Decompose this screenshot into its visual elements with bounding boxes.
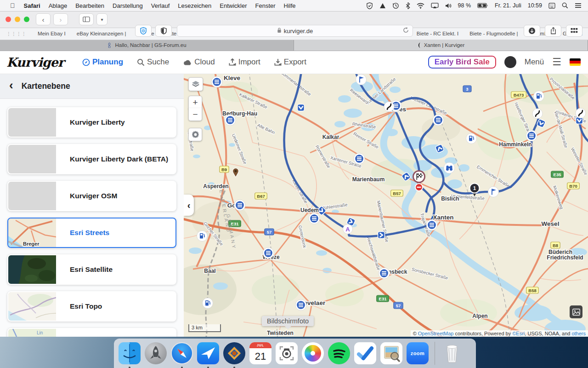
poi-fuel-icon[interactable] — [466, 133, 477, 144]
menu-item-entwickler[interactable]: Entwickler — [215, 2, 251, 9]
attribution-link[interactable]: ©Esri — [512, 331, 525, 336]
poi-flag-icon[interactable] — [356, 75, 367, 85]
close-window-button[interactable] — [6, 17, 11, 22]
sidebar-dropdown-chevron[interactable]: ▾ — [96, 13, 107, 25]
bookmark-item[interactable]: Biete - Flugmodelle | — [464, 31, 523, 36]
adguard-extension-button[interactable] — [135, 25, 152, 37]
attribution-link[interactable]: others — [571, 331, 586, 336]
poi-binoc-icon[interactable] — [444, 162, 455, 173]
dock-app-calendar[interactable]: JUL21 — [249, 342, 271, 364]
dock-app-safari[interactable] — [171, 342, 193, 364]
dock-app-launchpad[interactable] — [145, 342, 167, 364]
poi-fuel-icon[interactable] — [203, 298, 213, 309]
german-flag-icon[interactable] — [570, 58, 581, 66]
attribution-link[interactable]: OpenStreetMap — [418, 331, 454, 336]
poi-closure-icon[interactable] — [426, 219, 437, 230]
dock-app-screenshot[interactable] — [276, 342, 298, 364]
panel-collapse-button[interactable]: ‹ — [184, 195, 194, 216]
dock-app-spark[interactable] — [197, 342, 219, 364]
bookmark-item[interactable]: eBay Kleinanzeigen | — [71, 31, 132, 36]
reload-icon[interactable] — [403, 27, 409, 34]
menu-bar-date[interactable]: Fr. 21. Juli — [495, 2, 521, 9]
map-canvas[interactable]: SommerlandstraßeKalkarer StraßeAlte Bahn… — [184, 74, 588, 337]
dock-app-finder[interactable] — [119, 342, 141, 364]
layer-card-kurviger-liberty-dark-beta-[interactable]: Kurviger Liberty Dark (BETA) — [7, 144, 176, 174]
time-machine-icon[interactable] — [392, 2, 399, 9]
dock-app-zoomapp[interactable]: zoom — [407, 342, 429, 364]
early-bird-sale-button[interactable]: Early Bird Sale — [428, 56, 496, 69]
poi-closure-icon[interactable] — [433, 115, 444, 126]
nav-cloud[interactable]: Cloud — [183, 58, 215, 67]
keyboard-icon[interactable] — [548, 3, 555, 9]
blocker-extension-button[interactable] — [155, 25, 172, 37]
menu-bar-time[interactable]: 10:59 — [528, 2, 542, 9]
forward-button[interactable]: › — [53, 13, 68, 25]
layer-card-kurviger-osm[interactable]: Kurviger OSM — [7, 181, 176, 211]
dock-app-spotify[interactable] — [328, 342, 350, 364]
poi-flag-icon[interactable] — [488, 187, 499, 197]
tab-active[interactable]: Xanten | Kurviger — [294, 40, 588, 51]
fullscreen-window-button[interactable] — [24, 17, 29, 22]
bookmark-item[interactable]: Biete - RC Elekt. I — [411, 31, 464, 36]
poi-noentry-icon[interactable] — [415, 184, 423, 191]
dock-trash[interactable] — [441, 342, 463, 364]
menu-item-safari[interactable]: Safari — [20, 2, 45, 9]
poi-purpleA-icon[interactable]: A — [343, 224, 353, 234]
layer-card-partial[interactable]: Lin — [7, 328, 176, 337]
volume-icon[interactable] — [445, 3, 452, 9]
dock-app-photos[interactable] — [302, 342, 324, 364]
tab-inactive[interactable]: Hallo, Nachbar | GS-Forum.eu — [0, 40, 294, 51]
poi-closure-icon[interactable] — [309, 213, 320, 224]
menu-item-fenster[interactable]: Fenster — [251, 2, 280, 9]
layer-card-kurviger-liberty[interactable]: Kurviger Liberty — [7, 107, 176, 138]
poi-closure-icon[interactable] — [234, 200, 245, 211]
zoom-out-button[interactable]: − — [188, 108, 202, 121]
poi-closure-icon[interactable] — [263, 247, 274, 259]
poi-closure-icon[interactable] — [211, 76, 222, 87]
apple-menu-icon[interactable]:  — [6, 2, 20, 9]
nav-suche[interactable]: Suche — [137, 58, 169, 67]
downloads-button[interactable] — [524, 25, 540, 37]
bookmark-item[interactable]: Mein Ebay I — [32, 31, 71, 36]
shield-check-icon[interactable] — [366, 2, 373, 9]
menu-item-verlauf[interactable]: Verlauf — [147, 2, 174, 9]
menu-item-bearbeiten[interactable]: Bearbeiten — [71, 2, 108, 9]
zoom-in-button[interactable]: + — [188, 96, 202, 109]
poi-fuel-icon[interactable] — [197, 231, 208, 242]
poi-curve-icon[interactable] — [532, 109, 543, 119]
sidebar-button[interactable] — [79, 13, 94, 25]
menu-item-ablage[interactable]: Ablage — [45, 2, 71, 9]
bluetooth-icon[interactable] — [406, 2, 410, 9]
avatar[interactable] — [504, 56, 516, 68]
menu-item-lesezeichen[interactable]: Lesezeichen — [174, 2, 215, 9]
map-image-export-button[interactable] — [570, 305, 582, 318]
nav-import[interactable]: Import — [229, 58, 260, 67]
layer-card-esri-satellite[interactable]: Esri Satellite — [7, 254, 176, 285]
poi-closure-icon[interactable] — [354, 153, 365, 164]
menu-label[interactable]: Menü — [525, 58, 544, 67]
poi-fuel-icon[interactable] — [534, 91, 544, 102]
layer-card-esri-topo[interactable]: Esri Topo — [7, 291, 176, 322]
dock-app-kurviger[interactable] — [223, 342, 245, 364]
poi-closure-icon[interactable] — [295, 299, 306, 310]
layers-control-button[interactable] — [188, 77, 203, 91]
hamburger-menu-icon[interactable]: ☰ — [552, 60, 561, 64]
back-button[interactable]: ‹ — [36, 13, 51, 25]
poi-closure-icon[interactable] — [379, 268, 390, 279]
tab-overview-button[interactable] — [566, 25, 582, 37]
nav-planung[interactable]: Planung — [82, 58, 123, 67]
dock-app-preview[interactable] — [380, 342, 402, 364]
spotlight-search-icon[interactable] — [562, 2, 568, 9]
nav-export[interactable]: Export — [274, 58, 306, 67]
menu-item-darstellung[interactable]: Darstellung — [108, 2, 147, 9]
triangle-status-icon[interactable] — [379, 3, 386, 9]
map-settings-button[interactable] — [188, 128, 202, 141]
address-bar[interactable]: kurviger.de — [177, 25, 413, 37]
notification-center-icon[interactable] — [575, 3, 582, 8]
poi-curve-icon[interactable] — [384, 102, 394, 112]
minimize-window-button[interactable] — [15, 17, 20, 22]
back-icon[interactable]: ‹ — [0, 78, 22, 94]
layer-card-esri-streets[interactable]: BregerEsri Streets — [7, 218, 176, 248]
poi-closure-icon[interactable] — [526, 130, 537, 141]
menu-item-hilfe[interactable]: Hilfe — [280, 2, 300, 9]
